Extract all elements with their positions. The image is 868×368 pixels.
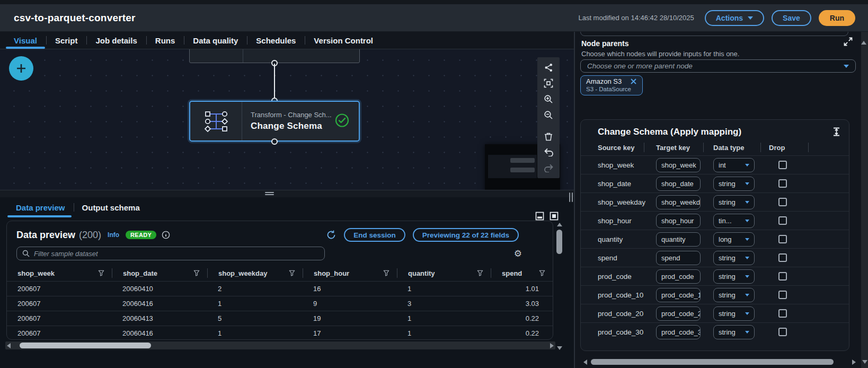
data-type-select[interactable]: string bbox=[713, 251, 755, 265]
column-header-shop_week[interactable]: shop_week bbox=[7, 268, 112, 278]
preview-table-body: 2006072006041021611.01200607200604161933… bbox=[7, 281, 553, 340]
share-icon[interactable] bbox=[537, 59, 560, 75]
expand-panel-icon[interactable] bbox=[844, 37, 853, 48]
drop-checkbox[interactable] bbox=[778, 179, 787, 188]
filter-icon[interactable] bbox=[477, 270, 483, 276]
drop-checkbox[interactable] bbox=[778, 198, 787, 206]
target-key-input[interactable]: shop_week bbox=[656, 158, 701, 172]
drop-checkbox[interactable] bbox=[778, 216, 787, 225]
data-type-select[interactable]: string bbox=[713, 177, 755, 191]
end-session-button[interactable]: End session bbox=[344, 228, 405, 242]
data-type-select[interactable]: tin... bbox=[713, 214, 755, 228]
drop-checkbox[interactable] bbox=[778, 272, 787, 281]
run-button[interactable]: Run bbox=[819, 10, 855, 26]
drop-checkbox[interactable] bbox=[778, 235, 787, 243]
data-type-select[interactable]: long bbox=[713, 232, 755, 247]
target-key-input[interactable]: shop_date bbox=[656, 177, 701, 191]
target-key-input[interactable]: quantity bbox=[656, 232, 701, 247]
column-header-shop_weekday[interactable]: shop_weekday bbox=[207, 268, 303, 278]
refresh-icon[interactable] bbox=[326, 230, 336, 240]
filter-icon[interactable] bbox=[539, 270, 545, 276]
table-row: 2006072006041351910.22 bbox=[7, 311, 553, 326]
tab-version-control[interactable]: Version Control bbox=[305, 32, 382, 49]
previewing-fields-button[interactable]: Previewing 22 of 22 fields bbox=[413, 228, 519, 242]
scroll-left-arrow[interactable] bbox=[583, 360, 587, 365]
node-output-port[interactable] bbox=[271, 138, 278, 145]
undo-icon[interactable] bbox=[537, 144, 560, 160]
edge-connector bbox=[274, 64, 275, 101]
column-header-shop_hour[interactable]: shop_hour bbox=[303, 268, 397, 278]
save-button[interactable]: Save bbox=[772, 10, 811, 26]
filter-dataset-input[interactable]: Filter sample dataset bbox=[16, 247, 325, 260]
scroll-right-arrow[interactable] bbox=[550, 343, 554, 348]
info-icon[interactable] bbox=[162, 231, 170, 239]
target-key-input[interactable]: spend bbox=[656, 251, 701, 265]
data-type-select[interactable]: string bbox=[713, 195, 755, 209]
scroll-up-arrow[interactable] bbox=[861, 32, 866, 45]
target-key-input[interactable]: prod_code_30 bbox=[656, 325, 701, 339]
filter-icon[interactable] bbox=[289, 270, 295, 276]
add-node-button[interactable] bbox=[9, 56, 33, 81]
drop-checkbox[interactable] bbox=[778, 161, 787, 169]
target-key-input[interactable]: prod_code_10 bbox=[656, 288, 701, 302]
tab-script[interactable]: Script bbox=[46, 32, 87, 49]
scroll-down-arrow[interactable] bbox=[862, 360, 867, 364]
unfold-rows-icon[interactable] bbox=[832, 127, 840, 138]
drop-checkbox[interactable] bbox=[778, 309, 787, 318]
target-key-input[interactable]: prod_code bbox=[656, 269, 701, 284]
preview-vertical-scrollbar[interactable] bbox=[555, 223, 563, 350]
gear-icon[interactable]: ⚙ bbox=[514, 249, 522, 258]
filter-icon[interactable] bbox=[98, 270, 104, 276]
drop-checkbox[interactable] bbox=[778, 328, 787, 336]
data-type-select[interactable]: string bbox=[713, 306, 755, 321]
redo-icon[interactable] bbox=[537, 160, 560, 176]
target-key-input[interactable]: shop_hour bbox=[656, 214, 701, 228]
filter-icon[interactable] bbox=[193, 270, 200, 276]
resize-handle[interactable] bbox=[265, 192, 274, 196]
remove-parent-icon[interactable] bbox=[630, 78, 637, 85]
scroll-thumb[interactable] bbox=[556, 230, 562, 254]
tab-output-schema[interactable]: Output schema bbox=[74, 197, 148, 217]
tab-runs[interactable]: Runs bbox=[146, 32, 184, 49]
panel-resize-handle[interactable] bbox=[569, 192, 573, 202]
panel-horizontal-scrollbar[interactable] bbox=[582, 358, 857, 366]
data-type-select[interactable]: int bbox=[713, 158, 755, 172]
column-header-shop_date[interactable]: shop_date bbox=[112, 268, 207, 278]
table-cell: 20060416 bbox=[112, 300, 207, 308]
target-key-input[interactable]: prod_code_20 bbox=[656, 306, 701, 321]
drop-checkbox[interactable] bbox=[778, 291, 787, 299]
data-type-select[interactable]: string bbox=[713, 269, 755, 284]
drop-checkbox[interactable] bbox=[778, 253, 787, 262]
target-key-input[interactable]: shop_weekday bbox=[656, 195, 701, 209]
col-target-key: Target key bbox=[644, 144, 690, 152]
tab-visual[interactable]: Visual bbox=[5, 32, 46, 49]
scroll-down-arrow[interactable] bbox=[557, 346, 562, 350]
data-type-select[interactable]: string bbox=[713, 288, 755, 302]
tab-job-details[interactable]: Job details bbox=[86, 32, 146, 49]
parent-node-select[interactable]: Choose one or more parent node bbox=[580, 59, 856, 73]
tab-schedules[interactable]: Schedules bbox=[247, 32, 305, 49]
scroll-right-arrow[interactable] bbox=[852, 360, 856, 365]
fit-view-icon[interactable] bbox=[537, 75, 560, 91]
data-type-select[interactable]: string bbox=[713, 325, 755, 339]
scroll-thumb[interactable] bbox=[591, 359, 834, 365]
column-header-spend[interactable]: spend bbox=[491, 268, 553, 278]
filter-icon[interactable] bbox=[383, 270, 389, 276]
info-link[interactable]: Info bbox=[108, 231, 119, 239]
column-header-quantity[interactable]: quantity bbox=[397, 268, 491, 278]
change-schema-node[interactable]: Transform - Change Sch... Change Schema bbox=[189, 101, 360, 142]
table-cell: 0.22 bbox=[491, 314, 553, 322]
scroll-thumb[interactable] bbox=[20, 343, 151, 348]
scroll-left-arrow[interactable] bbox=[7, 343, 11, 348]
window-vertical-scrollbar[interactable] bbox=[861, 32, 868, 368]
zoom-out-icon[interactable] bbox=[537, 107, 560, 123]
preview-horizontal-scrollbar[interactable] bbox=[5, 341, 555, 349]
mapping-row: shop_week shop_week int bbox=[581, 155, 849, 174]
actions-button[interactable]: Actions bbox=[705, 10, 764, 26]
tab-data-preview[interactable]: Data preview bbox=[7, 197, 74, 217]
zoom-in-icon[interactable] bbox=[537, 91, 560, 107]
delete-icon[interactable] bbox=[537, 128, 560, 144]
tab-data-quality[interactable]: Data quality bbox=[184, 32, 247, 49]
scroll-up-arrow[interactable] bbox=[557, 223, 562, 226]
mapping-row: shop_date shop_date string bbox=[581, 174, 849, 192]
